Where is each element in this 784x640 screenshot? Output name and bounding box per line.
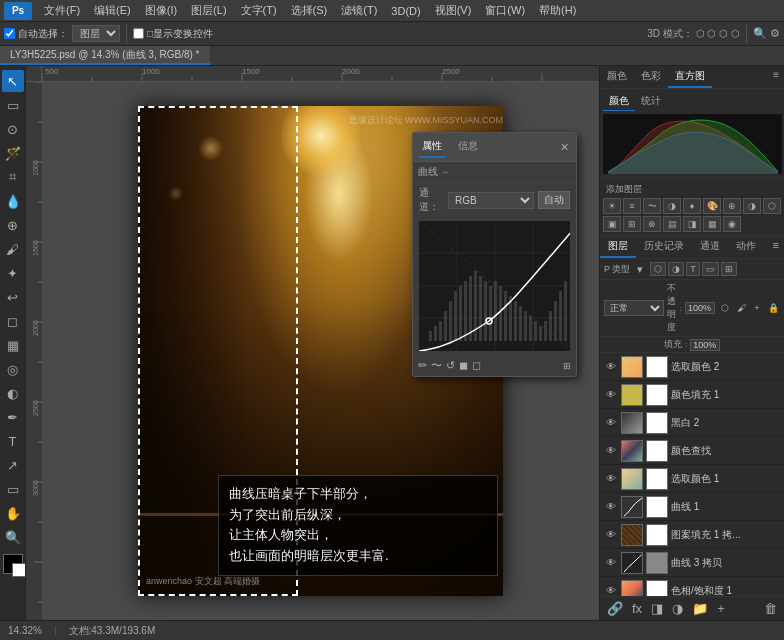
adj-vibrance[interactable]: ♦ (683, 198, 701, 214)
curves-expand-btn[interactable]: ⊞ (563, 358, 571, 373)
curves-clip-white-btn[interactable]: ◻ (472, 358, 481, 373)
layers-tab-channels[interactable]: 通道 (692, 236, 728, 258)
layer-fx-btn[interactable]: fx (629, 600, 645, 617)
adj-selective[interactable]: ◉ (723, 216, 741, 232)
layers-panel-menu[interactable]: ≡ (768, 236, 784, 258)
lock-transparent[interactable]: ⬡ (718, 302, 732, 314)
select-tool[interactable]: ▭ (2, 94, 24, 116)
foreground-color[interactable] (3, 554, 23, 574)
layers-tab-actions[interactable]: 动作 (728, 236, 764, 258)
menu-view[interactable]: 视图(V) (429, 1, 478, 20)
layer-item[interactable]: 👁 色相/饱和度 1 (600, 577, 784, 596)
eraser-tool[interactable]: ◻ (2, 310, 24, 332)
tr-tab-expand[interactable]: ≡ (768, 66, 784, 88)
layer-visibility-1[interactable]: 👁 (604, 360, 618, 374)
layer-item[interactable]: 👁 图案填充 1 拷... (600, 521, 784, 549)
brush-tool[interactable]: 🖌 (2, 238, 24, 260)
layer-visibility-8[interactable]: 👁 (604, 556, 618, 570)
lasso-tool[interactable]: ⊙ (2, 118, 24, 140)
menu-image[interactable]: 图像(I) (139, 1, 183, 20)
layer-visibility-3[interactable]: 👁 (604, 416, 618, 430)
curves-clip-black-btn[interactable]: ◼ (459, 358, 468, 373)
menu-window[interactable]: 窗口(W) (479, 1, 531, 20)
filter-shape[interactable]: ▭ (702, 262, 719, 276)
layer-item[interactable]: 👁 黑白 2 (600, 409, 784, 437)
layer-visibility-6[interactable]: 👁 (604, 500, 618, 514)
layer-new-btn[interactable]: + (714, 600, 728, 617)
layer-visibility-4[interactable]: 👁 (604, 444, 618, 458)
adj-threshold[interactable]: ◨ (683, 216, 701, 232)
crop-tool[interactable]: ⌗ (2, 166, 24, 188)
layer-visibility-2[interactable]: 👁 (604, 388, 618, 402)
layers-tab-layers[interactable]: 图层 (600, 236, 636, 258)
layer-link-btn[interactable]: 🔗 (604, 600, 626, 617)
adj-photofilter[interactable]: ⬡ (763, 198, 781, 214)
blur-tool[interactable]: ◎ (2, 358, 24, 380)
adj-posterize[interactable]: ▤ (663, 216, 681, 232)
curves-reset-btn[interactable]: ↺ (446, 358, 455, 373)
hist-tab-color[interactable]: 颜色 (603, 92, 635, 111)
adj-channelmixer[interactable]: ▣ (603, 216, 621, 232)
curves-pencil-btn[interactable]: ✏ (418, 358, 427, 373)
curves-channel-select[interactable]: RGB 红 绿 蓝 (448, 192, 534, 209)
blend-mode-select[interactable]: 正常 溶解 正片叠底 滤色 叠加 (604, 300, 664, 316)
dodge-tool[interactable]: ◐ (2, 382, 24, 404)
layer-adj-btn[interactable]: ◑ (669, 600, 686, 617)
wand-tool[interactable]: 🪄 (2, 142, 24, 164)
adj-hue[interactable]: 🎨 (703, 198, 721, 214)
auto-select-checkbox[interactable]: 自动选择： (4, 27, 68, 41)
adj-colorbal[interactable]: ⊕ (723, 198, 741, 214)
filter-type2[interactable]: T (686, 262, 700, 276)
lock-pixels[interactable]: 🖌 (734, 302, 748, 314)
adj-bw[interactable]: ◑ (743, 198, 761, 214)
layer-item[interactable]: 👁 选取颜色 2 (600, 353, 784, 381)
tr-tab-histogram[interactable]: 直方图 (668, 66, 712, 88)
text-tool[interactable]: T (2, 430, 24, 452)
curves-curve-btn[interactable]: 〜 (431, 358, 442, 373)
menu-select[interactable]: 选择(S) (285, 1, 334, 20)
menu-help[interactable]: 帮助(H) (533, 1, 582, 20)
curves-tab-info[interactable]: 信息 (455, 136, 481, 158)
layer-group-btn[interactable]: 📁 (689, 600, 711, 617)
adj-invert[interactable]: ⊗ (643, 216, 661, 232)
healing-tool[interactable]: ⊕ (2, 214, 24, 236)
filter-smart[interactable]: ⊞ (721, 262, 737, 276)
adj-brightness[interactable]: ☀ (603, 198, 621, 214)
adj-gradient[interactable]: ▦ (703, 216, 721, 232)
adj-levels[interactable]: ≡ (623, 198, 641, 214)
menu-text[interactable]: 文字(T) (235, 1, 283, 20)
menu-layer[interactable]: 图层(L) (185, 1, 232, 20)
gradient-tool[interactable]: ▦ (2, 334, 24, 356)
layer-item[interactable]: 👁 曲线 1 (600, 493, 784, 521)
opacity-input[interactable] (685, 302, 715, 314)
layer-item[interactable]: 👁 曲线 3 拷贝 (600, 549, 784, 577)
layer-item[interactable]: 👁 颜色查找 (600, 437, 784, 465)
stamp-tool[interactable]: ✦ (2, 262, 24, 284)
menu-edit[interactable]: 编辑(E) (88, 1, 137, 20)
layer-item[interactable]: 👁 选取颜色 1 (600, 465, 784, 493)
layer-item[interactable]: 👁 颜色填充 1 (600, 381, 784, 409)
filter-pixel[interactable]: ⬡ (650, 262, 666, 276)
pen-tool[interactable]: ✒ (2, 406, 24, 428)
hist-tab-stat[interactable]: 统计 (635, 92, 667, 111)
path-select[interactable]: ↗ (2, 454, 24, 476)
file-tab-item[interactable]: LY3H5225.psd @ 14.3% (曲线 3, RGB/8) * (0, 46, 211, 65)
show-controls-checkbox[interactable]: □显示变换控件 (133, 27, 213, 41)
filter-adj[interactable]: ◑ (668, 262, 684, 276)
menu-file[interactable]: 文件(F) (38, 1, 86, 20)
layer-visibility-9[interactable]: 👁 (604, 584, 618, 597)
curves-tab-properties[interactable]: 属性 (419, 136, 445, 158)
curves-graph[interactable] (419, 221, 570, 351)
layer-mask-btn[interactable]: ◨ (648, 600, 666, 617)
lock-all[interactable]: 🔒 (766, 302, 780, 314)
menu-3d[interactable]: 3D(D) (385, 3, 426, 19)
hand-tool[interactable]: ✋ (2, 502, 24, 524)
tr-tab-swatch[interactable]: 色彩 (634, 66, 668, 88)
move-tool[interactable]: ↖ (2, 70, 24, 92)
curves-close-btn[interactable]: ✕ (558, 141, 570, 153)
eyedropper-tool[interactable]: 💧 (2, 190, 24, 212)
adj-colorlookup[interactable]: ⊞ (623, 216, 641, 232)
menu-filter[interactable]: 滤镜(T) (335, 1, 383, 20)
layer-delete-btn[interactable]: 🗑 (761, 600, 780, 617)
shape-tool[interactable]: ▭ (2, 478, 24, 500)
